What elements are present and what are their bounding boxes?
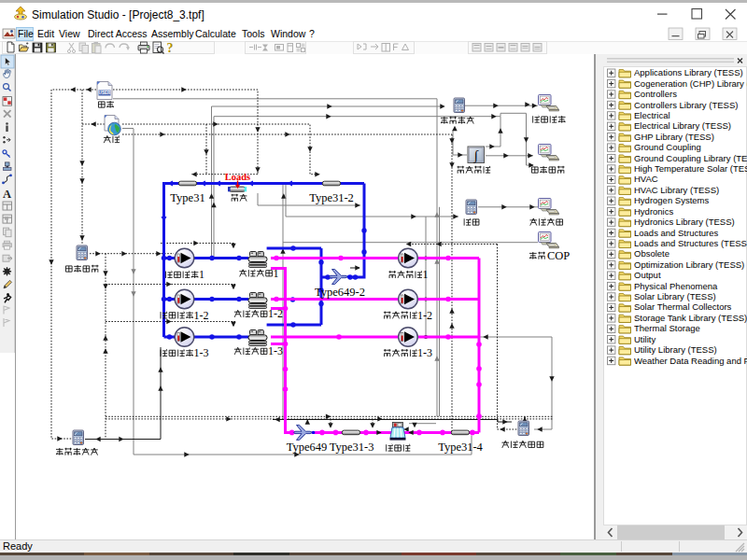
svg-text:Type31-4: Type31-4 [438,441,483,454]
svg-text:Type31-3: Type31-3 [330,441,374,454]
svg-text:1: 1 [423,268,429,281]
svg-text:1-3: 1-3 [194,346,209,359]
svg-text:1-2: 1-2 [194,309,209,322]
svg-text:1-2: 1-2 [268,307,283,320]
svg-text:1: 1 [199,268,204,281]
svg-text:1-2: 1-2 [417,309,432,322]
svg-text:Type649: Type649 [287,441,328,454]
svg-text:Type31-2: Type31-2 [309,191,354,204]
svg-text:Type31: Type31 [170,191,204,204]
svg-text:Type649-2: Type649-2 [315,286,365,299]
svg-text:1: 1 [274,267,279,280]
svg-text:A: A [3,188,11,201]
svg-text:Loads: Loads [225,172,250,182]
svg-text:COP: COP [547,249,570,262]
svg-text:1-3: 1-3 [417,346,432,359]
svg-text:?: ? [167,41,174,55]
svg-text:USER: USER [99,91,111,95]
svg-text:1-3: 1-3 [268,344,283,357]
